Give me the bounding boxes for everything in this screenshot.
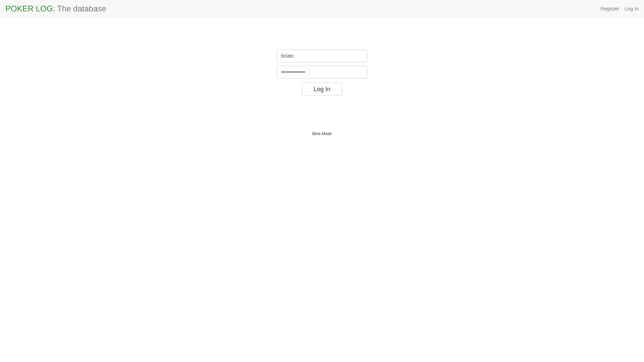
login-link[interactable]: Log In <box>625 6 639 11</box>
navbar: POKER LOG: The database Register Log In <box>0 0 644 17</box>
login-button[interactable]: Log In <box>302 82 342 96</box>
brand-secondary: The database <box>57 4 106 13</box>
username-input[interactable] <box>277 50 367 62</box>
login-form: Log In <box>277 50 367 96</box>
register-link[interactable]: Register <box>600 6 619 11</box>
beta-mode-label: Beta Mode <box>312 131 332 136</box>
password-input[interactable] <box>277 66 367 78</box>
brand[interactable]: POKER LOG: The database <box>5 4 106 13</box>
login-container: Log In Beta Mode <box>0 50 644 136</box>
nav-links: Register Log In <box>600 6 639 11</box>
brand-primary: POKER LOG: <box>5 4 55 13</box>
